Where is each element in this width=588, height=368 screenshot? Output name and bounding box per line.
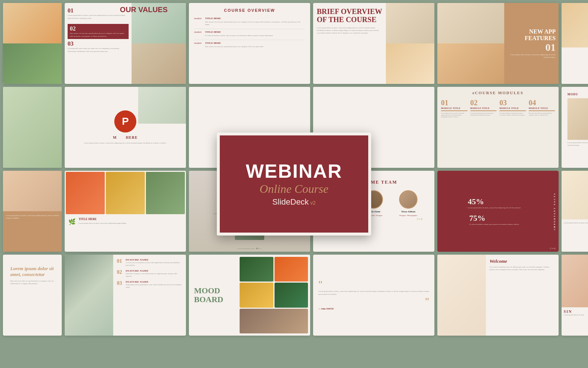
slide-r1c6-partial <box>562 3 588 84</box>
slide-images-section: 🌿 TITLE HERE Lorem ipsum dolor sit amet … <box>65 171 186 252</box>
ecourse-module-2: 02 MODULE TITLE Lorem gravida praesent m… <box>470 99 497 118</box>
powerpoint-icon: P <box>114 110 136 132</box>
ecourse-module-4: 04 MODULE TITLE Duis aute irure dolor in… <box>529 99 555 118</box>
slide-course-overview: COURSE OVERVIEW module TITLE HERE Quis a… <box>189 3 310 84</box>
slide-powerpoint: P M HERE Lorem ipsum dolor sit amet, con… <box>65 87 186 168</box>
powerpoint-title: M HERE <box>113 135 137 139</box>
value-num-1: 01 <box>68 7 129 14</box>
lorem-big-text: Lorem ipsum dolor sit amet, consectetur <box>10 266 54 277</box>
ecourse-module-1: 01 MODULE TITLE Lorem ipsum dolor sit am… <box>441 99 467 118</box>
module-title-1: TITLE HERE <box>205 17 305 20</box>
ecourse-mod-title-3: MODULE TITLE <box>499 107 526 109</box>
ecourse-mod-desc-2: Lorem gravida praesent maximus lacus mag… <box>470 112 497 116</box>
slide-important-facts: 45% Lorem ipsum dolor sit amet, consecte… <box>437 171 559 252</box>
powerpoint-letter: P <box>122 116 129 127</box>
feature-item-2: 02 FEATURE NAME Nam libero tempore, cum … <box>117 269 182 277</box>
ecourse-mod-num-4: 04 <box>529 99 555 107</box>
ecourse-mod-num-3: 03 <box>499 99 526 107</box>
feature-num-2: 02 <box>117 269 126 275</box>
important-facts-title-vertical: IMPORTANT FACTS <box>553 171 556 252</box>
slide-brief-overview: BRIEF OVERVIEW OF THE COURSE Lorem ipsum… <box>313 3 434 84</box>
module-partial-text: Lorem ipsum dolor sit amet consectetur a… <box>567 140 588 148</box>
ecourse-mod-title-1: MODULE TITLE <box>441 107 467 109</box>
module-text-3: Quis autem vel eum iure reprehenderit qu… <box>205 45 305 48</box>
feature-text-1: At vero eos et accusamus et iusto odio d… <box>126 261 182 266</box>
fact-desc-2: Ut enim ad minim veniam quis nostrud exe… <box>469 223 520 226</box>
slide-ecourse-modules: eCOURSE MODULES 01 MODULE TITLE Lorem ip… <box>437 87 559 168</box>
images-title: TITLE HERE <box>79 217 127 221</box>
feature-name-1: FEATURE NAME <box>126 258 182 261</box>
member-role-3: Designer / Photographer <box>399 215 417 216</box>
slide-mood-board: MOOD BOARD <box>189 255 310 336</box>
feature-num-3: 03 <box>117 280 126 286</box>
quote-text: Lorem ipsum dolor sit amet, consectetur … <box>318 290 429 296</box>
brief-overview-title: BRIEF OVERVIEW OF THE COURSE <box>317 7 382 24</box>
new-app-num: 01 <box>507 42 556 53</box>
feature-num-1: 01 <box>117 258 126 264</box>
value-num-3: 03 <box>68 40 129 47</box>
module-label-2: module <box>194 31 205 33</box>
feature-text-3: Temporibus autem quibusdam et aut offici… <box>126 283 182 289</box>
course-overview-heading: COURSE OVERVIEW <box>224 8 275 13</box>
welcome-title: Welcome <box>490 258 555 264</box>
facts-social: ⓕ ✦ ⓓ <box>550 247 556 250</box>
ecourse-mod-desc-1: Lorem ipsum dolor sit amet consectetur a… <box>441 112 467 118</box>
fact-num-2: 75% <box>469 213 520 223</box>
r3c6-text: Lorem ipsum dolor sit amet consectetur a… <box>564 222 588 224</box>
module-label-3: module <box>194 42 205 45</box>
value-text-3: Ut perspiciatis unde omnis iste natus er… <box>68 47 129 53</box>
ecourse-mod-num-1: 01 <box>441 99 467 107</box>
value-num-2: 02 <box>70 25 126 32</box>
slide-module-partial: MODU Lorem ipsum dolor sit amet consecte… <box>562 87 588 168</box>
new-app-title: NEW APP FEATURES <box>507 28 556 41</box>
value-text-2: Quis autem vel eum iure reprehenderit qu… <box>70 32 126 38</box>
slide-sin: SIN Lorem ipsum dolor sit amet <box>562 255 588 336</box>
slide-quote: " Lorem ipsum dolor sit amet, consectetu… <box>313 255 434 336</box>
slide-r3c1: Lorem ipsum dolor sit amet, consectetur … <box>3 171 62 252</box>
module-row-1: module TITLE HERE Quis autem vel eum iur… <box>194 17 305 26</box>
module-label-1: module <box>194 17 205 20</box>
ecourse-mod-desc-3: Ut enim ad minim veniam quis nostrud exe… <box>499 112 526 116</box>
facts-numbers: 45% Lorem ipsum dolor sit amet, consecte… <box>468 197 528 226</box>
sin-text: Lorem ipsum dolor sit amet <box>564 314 588 316</box>
quote-open: " <box>318 280 429 289</box>
quote-close: " <box>318 297 429 305</box>
feature-item-3: 03 FEATURE NAME Temporibus autem quibusd… <box>117 280 182 289</box>
center-badge: SlideDeck <box>272 197 309 207</box>
center-title: WEBINAR <box>246 162 342 181</box>
brief-overview-body: Lorem ipsum dolor sit amet, consectetur … <box>317 26 382 34</box>
sin-title: SIN <box>564 309 588 314</box>
center-feature-slide: WEBINAR Online Course SlideDeck v2 <box>217 132 371 236</box>
feature-text-2: Nam libero tempore, cum soluta nobis est… <box>126 272 182 277</box>
ecourse-mod-desc-4: Duis aute irure dolor in reprehenderit i… <box>529 112 555 116</box>
feature-name-3: FEATURE NAME <box>126 280 182 283</box>
module-row-2: module TITLE HERE Ut enim ad minima veni… <box>194 31 305 37</box>
lorem-sub-text: Duis aute irure dolor in reprehenderit i… <box>10 280 54 285</box>
quote-author: — John SMITH <box>318 308 429 310</box>
feature-name-2: FEATURE NAME <box>126 269 182 272</box>
ecourse-heading: eCOURSE MODULES <box>441 91 555 95</box>
ecourse-mod-num-2: 02 <box>470 99 497 107</box>
fact-num-1: 45% <box>468 197 521 206</box>
slide-r3c6: Lorem ipsum dolor sit amet consectetur a… <box>562 171 588 252</box>
ecourse-module-3: 03 MODULE TITLE Ut enim ad minim veniam … <box>499 99 526 118</box>
slide-lorem-text: Lorem ipsum dolor sit amet, consectetur … <box>3 255 62 336</box>
slide-new-app-features: NEW APP FEATURES 01 Lorem ipsum dolor si… <box>437 3 559 84</box>
team-member-3: Tessa Adison Designer / Photographer <box>399 190 417 216</box>
leaf-icon: 🌿 <box>68 218 76 225</box>
module-title-3: TITLE HERE <box>205 42 305 45</box>
feature-item-1: 01 FEATURE NAME At vero eos et accusamus… <box>117 258 182 266</box>
course-name-footer: www.yourwebsite.com ☎ ✦ ✧ <box>237 247 262 250</box>
powerpoint-subtitle: Lorem ipsum dolor sit amet, consectetur … <box>77 142 174 144</box>
center-subtitle: Online Course <box>259 182 329 196</box>
module-title-2: TITLE HERE <box>205 31 305 33</box>
slide-feature-list: 01 FEATURE NAME At vero eos et accusamus… <box>65 255 186 336</box>
ecourse-mod-title-2: MODULE TITLE <box>470 107 497 109</box>
module-text-2: Ut enim ad minima veniam, quis nostrum e… <box>205 34 305 37</box>
fact-desc-1: Lorem ipsum dolor sit amet, consectetur … <box>468 206 521 209</box>
module-text-1: Quis autem vel eum iure reprehenderit qu… <box>205 21 305 26</box>
avatar-3 <box>399 190 417 209</box>
module-partial-heading: MODU <box>567 93 588 96</box>
important-facts-label: IMPORTANT FACTS <box>553 192 556 230</box>
center-version: v2 <box>310 200 316 206</box>
